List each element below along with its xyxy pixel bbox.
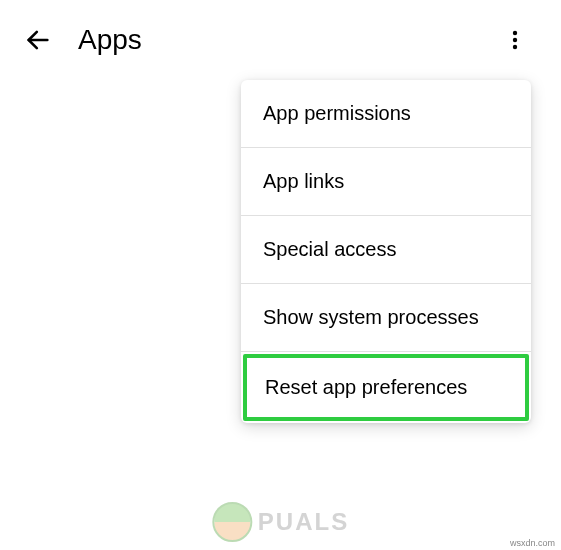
menu-item-label: Show system processes [263, 306, 479, 328]
svg-point-1 [513, 31, 517, 35]
page-title: Apps [78, 24, 142, 56]
menu-item-label: App permissions [263, 102, 411, 124]
menu-item-reset-app-preferences[interactable]: Reset app preferences [243, 354, 529, 421]
header: Apps [10, 10, 551, 70]
watermark-avatar-icon [212, 502, 252, 542]
watermark-text: PUALS [258, 508, 349, 536]
menu-item-app-links[interactable]: App links [241, 148, 531, 216]
svg-point-3 [513, 45, 517, 49]
menu-item-special-access[interactable]: Special access [241, 216, 531, 284]
overflow-menu-dropdown: App permissions App links Special access… [241, 80, 531, 423]
menu-item-label: Special access [263, 238, 396, 260]
menu-item-label: App links [263, 170, 344, 192]
menu-item-label: Reset app preferences [265, 376, 467, 398]
menu-item-app-permissions[interactable]: App permissions [241, 80, 531, 148]
back-arrow-icon [24, 26, 52, 54]
menu-item-show-system-processes[interactable]: Show system processes [241, 284, 531, 352]
back-button[interactable] [22, 24, 54, 56]
overflow-menu-button[interactable] [499, 24, 531, 56]
watermark: PUALS [212, 502, 349, 542]
apps-settings-page: Apps App permissions App links Special a… [0, 0, 561, 550]
more-vertical-icon [503, 28, 527, 52]
svg-point-2 [513, 38, 517, 42]
source-text: wsxdn.com [510, 538, 555, 548]
